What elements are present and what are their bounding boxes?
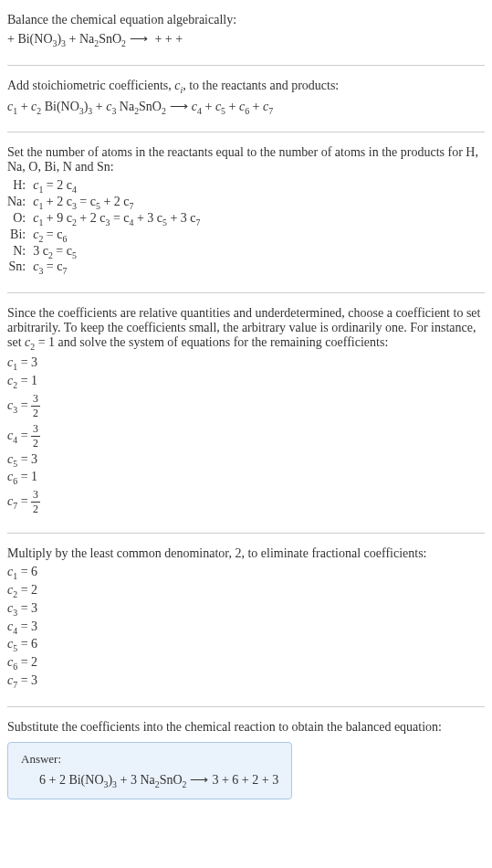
atoms-row-Bi: Bi: c2 = c6 bbox=[7, 228, 200, 244]
solve-c2: c2 = 1 bbox=[7, 374, 485, 390]
atoms-row-N: N: 3 c2 = c5 bbox=[7, 244, 200, 260]
divider bbox=[7, 132, 485, 132]
atoms-row-Na: Na: c1 + 2 c3 = c5 + 2 c7 bbox=[7, 195, 200, 211]
mult-intro: Multiply by the least common denominator… bbox=[7, 546, 485, 561]
stoich-intro: Add stoichiometric coefficients, ci, to … bbox=[7, 79, 485, 95]
divider bbox=[7, 706, 485, 707]
stoich-equation: c1 + c2 Bi(NO3)3 + c3 Na2SnO2 ⟶ c4 + c5 … bbox=[7, 99, 485, 116]
atoms-row-H: H: c1 = 2 c4 bbox=[7, 178, 200, 195]
answer-equation: 6 + 2 Bi(NO3)3 + 3 Na2SnO2 ⟶ 3 + 6 + 2 +… bbox=[21, 772, 278, 789]
atoms-table: H: c1 = 2 c4 Na: c1 + 2 c3 = c5 + 2 c7 O… bbox=[7, 178, 200, 276]
solve-c4: c4 = 32 bbox=[7, 422, 485, 450]
answer-box: Answer: 6 + 2 Bi(NO3)3 + 3 Na2SnO2 ⟶ 3 +… bbox=[7, 742, 292, 799]
mult-c5: c5 = 6 bbox=[7, 637, 485, 653]
mult-c6: c6 = 2 bbox=[7, 655, 485, 672]
final-intro: Substitute the coefficients into the che… bbox=[7, 720, 485, 735]
mult-c3: c3 = 3 bbox=[7, 601, 485, 618]
answer-label: Answer: bbox=[21, 752, 278, 767]
solve-list: c1 = 3 c2 = 1 c3 = 32 c4 = 32 c5 = 3 c6 … bbox=[7, 355, 485, 516]
solve-c1: c1 = 3 bbox=[7, 355, 485, 372]
intro-equation: + Bi(NO3)3 + Na2SnO2 ⟶ + + + bbox=[7, 31, 485, 48]
solve-intro: Since the coefficients are relative quan… bbox=[7, 306, 485, 352]
atoms-intro: Set the number of atoms in the reactants… bbox=[7, 145, 485, 175]
solve-c6: c6 = 1 bbox=[7, 470, 485, 486]
atoms-row-Sn: Sn: c3 = c7 bbox=[7, 259, 200, 276]
mult-c2: c2 = 2 bbox=[7, 583, 485, 599]
atoms-section: Set the number of atoms in the reactants… bbox=[7, 140, 485, 285]
mult-c1: c1 = 6 bbox=[7, 565, 485, 581]
divider bbox=[7, 292, 485, 293]
stoich-section: Add stoichiometric coefficients, ci, to … bbox=[7, 73, 485, 125]
mult-c4: c4 = 3 bbox=[7, 619, 485, 636]
intro-section: Balance the chemical equation algebraica… bbox=[7, 7, 485, 58]
solve-c3: c3 = 32 bbox=[7, 392, 485, 420]
final-section: Substitute the coefficients into the che… bbox=[7, 715, 485, 812]
mult-section: Multiply by the least common denominator… bbox=[7, 541, 485, 699]
solve-c7: c7 = 32 bbox=[7, 488, 485, 516]
intro-line1: Balance the chemical equation algebraica… bbox=[7, 13, 485, 27]
atoms-row-O: O: c1 + 9 c2 + 2 c3 = c4 + 3 c5 + 3 c7 bbox=[7, 211, 200, 228]
divider bbox=[7, 65, 485, 66]
solve-section: Since the coefficients are relative quan… bbox=[7, 301, 485, 525]
solve-c5: c5 = 3 bbox=[7, 452, 485, 469]
mult-list: c1 = 6 c2 = 2 c3 = 3 c4 = 3 c5 = 6 c6 = … bbox=[7, 565, 485, 690]
divider bbox=[7, 533, 485, 534]
mult-c7: c7 = 3 bbox=[7, 673, 485, 690]
